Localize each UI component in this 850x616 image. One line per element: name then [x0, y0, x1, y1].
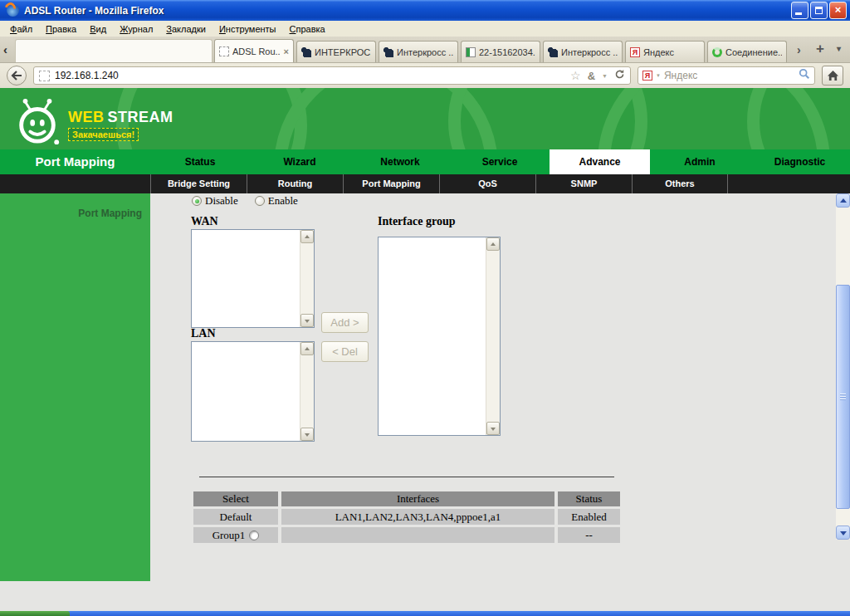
brand-tagline: Закачаешься!: [68, 128, 139, 141]
interface-group-listbox[interactable]: [378, 237, 501, 436]
lan-listbox[interactable]: [191, 341, 315, 442]
ampersand-extension-icon[interactable]: &: [588, 70, 595, 82]
menu-history[interactable]: Журнал: [113, 22, 159, 36]
scroll-up-icon[interactable]: [486, 237, 500, 251]
table-row-default-status: Enabled: [558, 509, 620, 525]
page-favicon-placeholder-icon: [39, 71, 50, 81]
lan-listbox-body[interactable]: [192, 342, 300, 441]
menu-file[interactable]: Файл: [3, 22, 39, 36]
menu-edit[interactable]: Правка: [39, 22, 83, 36]
tab-scroll-left-button[interactable]: ‹: [3, 42, 7, 56]
lan-label: LAN: [191, 327, 216, 340]
subnav-tab-qos[interactable]: QoS: [439, 174, 535, 193]
tab-yandex[interactable]: Я Яндекс: [625, 41, 705, 62]
nav-tab-advance[interactable]: Advance: [550, 149, 650, 174]
group1-label: Group1: [212, 529, 246, 541]
interface-group-listbox-body[interactable]: [379, 237, 486, 435]
reload-icon[interactable]: [614, 68, 625, 83]
tab-connecting[interactable]: Соединение...: [707, 41, 787, 62]
page-title: Port Mapping: [0, 149, 150, 174]
tab-close-icon[interactable]: ×: [284, 46, 289, 56]
scroll-down-icon[interactable]: [486, 422, 500, 435]
menu-bar: Файл Правка Вид Журнал Закладки Инструме…: [0, 21, 850, 37]
back-button[interactable]: [7, 66, 27, 86]
wan-listbox-body[interactable]: [192, 230, 300, 327]
no-favicon-icon: [219, 46, 229, 56]
scroll-down-icon[interactable]: [300, 314, 314, 327]
menu-bookmarks[interactable]: Закладки: [159, 22, 212, 36]
scroll-up-icon[interactable]: [300, 342, 314, 355]
brand-stream: STREAM: [108, 109, 173, 125]
subnav-tab-others[interactable]: Others: [632, 174, 728, 193]
window-title-bar[interactable]: ADSL Router - Mozilla Firefox ×: [0, 0, 850, 21]
loading-spinner-icon: [712, 47, 722, 57]
url-dropdown-icon[interactable]: ▼: [602, 73, 608, 79]
table-row-group1-select: Group1: [193, 527, 278, 543]
new-tab-button[interactable]: +: [816, 41, 824, 57]
scroll-up-icon[interactable]: [300, 230, 314, 243]
yandex-search-engine-icon[interactable]: Я: [642, 71, 652, 81]
lan-listbox-scrollbar[interactable]: [300, 342, 314, 441]
url-bar[interactable]: 192.168.1.240 ☆ & ▼: [33, 66, 631, 85]
subnav-tab-snmp[interactable]: SNMP: [535, 174, 632, 193]
nav-tab-admin[interactable]: Admin: [650, 149, 750, 174]
menu-help[interactable]: Справка: [283, 22, 332, 36]
enable-radio[interactable]: [255, 196, 265, 206]
tab-intercross-2[interactable]: Интеркросс ...: [379, 41, 458, 62]
tab-strip: ‹ ADSL Rou... × ИНТЕРКРОС... Интеркросс …: [0, 37, 850, 63]
home-button[interactable]: [822, 66, 843, 86]
subnav-tab-port-mapping[interactable]: Port Mapping: [343, 174, 439, 193]
firefox-icon: [7, 4, 19, 17]
sidebar-item-port-mapping[interactable]: Port Mapping: [0, 208, 150, 219]
table-row-group1-status: --: [558, 527, 620, 543]
table-row-default-interfaces: LAN1,LAN2,LAN3,LAN4,pppoe1,a1: [281, 509, 554, 525]
search-input[interactable]: Я ▼ Яндекс: [638, 66, 815, 85]
nav-tab-service[interactable]: Service: [450, 149, 550, 174]
main-navigation: Port Mapping Status Wizard Network Servi…: [0, 149, 850, 174]
tab-intercross-3[interactable]: Интеркросс ...: [543, 41, 623, 62]
scrollbar-down-icon[interactable]: [836, 526, 850, 540]
nav-tab-network[interactable]: Network: [350, 149, 450, 174]
table-row-default-select: Default: [193, 509, 278, 525]
group1-radio[interactable]: [249, 530, 259, 540]
tab-adsl-router[interactable]: ADSL Rou... ×: [214, 39, 294, 62]
tab-list-button[interactable]: ▾: [837, 44, 841, 53]
disable-radio[interactable]: [192, 196, 202, 206]
add-button[interactable]: Add >: [321, 312, 369, 333]
wan-listbox[interactable]: [191, 229, 315, 328]
nav-tab-status[interactable]: Status: [150, 149, 250, 174]
del-button[interactable]: < Del: [321, 341, 369, 362]
brand-web: WEB: [68, 109, 105, 125]
maximize-button[interactable]: [810, 2, 828, 19]
scrollbar-up-icon[interactable]: [836, 193, 850, 208]
search-engine-dropdown-icon[interactable]: ▼: [656, 73, 661, 78]
subnav-tab-bridge-setting[interactable]: Bridge Setting: [150, 174, 247, 193]
tab-scroll-right-button[interactable]: ›: [797, 43, 801, 56]
scrollbar-grip: [840, 394, 846, 401]
menu-tools[interactable]: Инструменты: [212, 22, 283, 36]
home-icon: [827, 70, 839, 81]
search-icon[interactable]: [799, 68, 810, 83]
windows-taskbar[interactable]: [0, 611, 850, 616]
minimize-button[interactable]: [791, 2, 808, 19]
interface-group-listbox-scrollbar[interactable]: [486, 237, 500, 435]
bookmark-star-icon[interactable]: ☆: [570, 69, 581, 82]
menu-view[interactable]: Вид: [83, 22, 113, 36]
intercross-favicon-icon: [383, 47, 393, 57]
url-text[interactable]: 192.168.1.240: [55, 70, 565, 81]
scrollbar-thumb[interactable]: [836, 285, 850, 509]
document-favicon-icon: [466, 47, 476, 57]
nav-tab-diagnostic[interactable]: Diagnostic: [750, 149, 850, 174]
scroll-down-icon[interactable]: [300, 428, 314, 441]
table-row-group1-interfaces: [281, 527, 554, 543]
start-button-stub[interactable]: [0, 611, 70, 616]
tab-intercross-1[interactable]: ИНТЕРКРОС...: [296, 41, 376, 62]
close-button[interactable]: ×: [829, 2, 847, 19]
page-scrollbar[interactable]: [836, 193, 850, 540]
wan-listbox-scrollbar[interactable]: [300, 230, 314, 327]
nav-tab-wizard[interactable]: Wizard: [250, 149, 349, 174]
search-placeholder: Яндекс: [664, 70, 795, 81]
blank-tab[interactable]: [15, 39, 212, 62]
tab-document[interactable]: 22-15162034...: [461, 41, 540, 62]
subnav-tab-routing[interactable]: Routing: [247, 174, 343, 193]
